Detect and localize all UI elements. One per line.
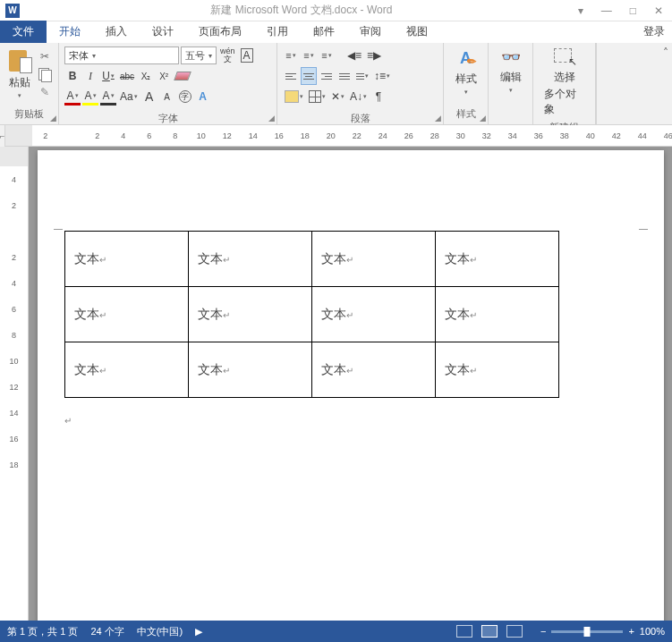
tab-home[interactable]: 开始: [47, 21, 93, 43]
border-icon: [309, 90, 321, 103]
font-launcher-icon[interactable]: ◢: [268, 114, 275, 122]
view-web-layout[interactable]: [506, 625, 523, 638]
login-link[interactable]: 登录: [636, 21, 672, 43]
strikethrough-button[interactable]: abc: [118, 67, 136, 85]
close-icon[interactable]: ✕: [654, 4, 663, 17]
zoom-in-button[interactable]: +: [628, 626, 634, 637]
character-shading-button[interactable]: A: [100, 88, 116, 106]
view-print-layout[interactable]: [481, 625, 498, 638]
brush-icon: ✎: [40, 86, 49, 98]
status-word-count[interactable]: 24 个字: [90, 625, 123, 638]
align-right-button[interactable]: [319, 67, 335, 85]
sort-button[interactable]: A↓: [348, 88, 369, 106]
italic-button[interactable]: I: [82, 67, 98, 85]
table-cell[interactable]: 文本↵: [311, 342, 435, 398]
tab-layout[interactable]: 页面布局: [186, 21, 254, 43]
distribute-button[interactable]: [354, 67, 370, 85]
status-language[interactable]: 中文(中国): [137, 625, 183, 638]
select-label-2: 多个对象: [544, 87, 584, 117]
change-case-button[interactable]: Aa: [118, 88, 140, 106]
copy-button[interactable]: [36, 66, 54, 82]
zoom-slider[interactable]: [551, 630, 623, 633]
styles-button[interactable]: A✎ 样式 ▾: [447, 45, 484, 97]
ribbon-options-icon[interactable]: ▾: [578, 4, 583, 17]
multilevel-list-button[interactable]: ≡: [319, 46, 335, 64]
char-effects-button[interactable]: A: [195, 88, 211, 106]
justify-button[interactable]: [336, 67, 353, 85]
show-marks-button[interactable]: ¶: [370, 88, 387, 106]
clear-formatting-button[interactable]: [174, 67, 191, 85]
paste-button[interactable]: 粘贴 ▾: [5, 46, 34, 101]
binoculars-icon: 👓: [500, 46, 522, 68]
grow-font-button[interactable]: A: [141, 88, 157, 106]
table-cell[interactable]: 文本↵: [435, 287, 558, 342]
superscript-button[interactable]: X²: [156, 67, 172, 85]
maximize-icon[interactable]: □: [630, 4, 636, 17]
decrease-indent-button[interactable]: ◀≡: [345, 46, 363, 64]
table-cell[interactable]: 文本↵: [64, 287, 188, 342]
shrink-font-button[interactable]: A: [159, 88, 175, 106]
tab-insert[interactable]: 插入: [93, 21, 140, 43]
select-multiple-button[interactable]: ↖ 选择 多个对象: [537, 45, 591, 119]
zoom-level[interactable]: 100%: [640, 626, 665, 637]
tab-file[interactable]: 文件: [0, 21, 47, 43]
editing-label: 编辑: [500, 70, 522, 85]
window-title: 新建 Microsoft Word 文档.docx - Word: [25, 3, 578, 18]
minimize-icon[interactable]: —: [601, 4, 612, 17]
font-name-value: 宋体: [69, 49, 89, 63]
line-spacing-button[interactable]: ↕≡: [372, 67, 392, 85]
status-macro-icon[interactable]: ▶: [195, 626, 202, 638]
group-label-clipboard: 剪贴板: [4, 106, 55, 122]
page[interactable]: 文本↵ 文本↵ 文本↵ 文本↵ 文本↵ 文本↵ 文本↵ 文本↵ 文本↵ 文本↵ …: [38, 150, 664, 633]
enclose-characters-button[interactable]: 字: [177, 88, 193, 106]
numbering-button[interactable]: ≡: [301, 46, 317, 64]
paragraph-launcher-icon[interactable]: ◢: [435, 114, 441, 122]
tab-design[interactable]: 设计: [140, 21, 186, 43]
select-objects-icon: ↖: [552, 46, 577, 68]
borders-button[interactable]: [307, 88, 327, 106]
table-cell[interactable]: 文本↵: [64, 232, 188, 287]
view-read-mode[interactable]: [456, 625, 472, 638]
table-cell[interactable]: 文本↵: [435, 232, 558, 287]
table-cell[interactable]: 文本↵: [188, 342, 311, 398]
font-name-combo[interactable]: 宋体▾: [64, 46, 179, 64]
clipboard-launcher-icon[interactable]: ◢: [50, 114, 56, 122]
format-painter-button[interactable]: ✎: [36, 84, 54, 100]
group-clipboard: 粘贴 ▾ ✂ ✎ 剪贴板 ◢: [0, 43, 59, 124]
font-size-combo[interactable]: 五号▾: [181, 46, 217, 64]
zoom-out-button[interactable]: −: [540, 626, 546, 637]
status-page[interactable]: 第 1 页，共 1 页: [7, 625, 78, 638]
character-border-button[interactable]: A: [239, 46, 255, 64]
tab-review[interactable]: 审阅: [347, 21, 394, 43]
table-cell[interactable]: 文本↵: [311, 287, 435, 342]
table-cell[interactable]: 文本↵: [311, 232, 435, 287]
document-table[interactable]: 文本↵ 文本↵ 文本↵ 文本↵ 文本↵ 文本↵ 文本↵ 文本↵ 文本↵ 文本↵ …: [64, 231, 559, 398]
table-cell[interactable]: 文本↵: [188, 287, 311, 342]
increase-indent-button[interactable]: ≡▶: [365, 46, 383, 64]
text-highlight-button[interactable]: A: [82, 88, 98, 106]
phonetic-guide-button[interactable]: wén文: [218, 46, 237, 64]
align-left-button[interactable]: [283, 67, 299, 85]
word-app-icon: W: [5, 4, 20, 18]
horizontal-ruler[interactable]: 2246810121416182022242628303234363840424…: [5, 125, 672, 146]
subscript-button[interactable]: X₂: [138, 67, 154, 85]
bold-button[interactable]: B: [64, 67, 81, 85]
bullets-button[interactable]: ≡: [283, 46, 299, 64]
asian-layout-button[interactable]: ✕: [329, 88, 346, 106]
document-scroll[interactable]: 文本↵ 文本↵ 文本↵ 文本↵ 文本↵ 文本↵ 文本↵ 文本↵ 文本↵ 文本↵ …: [29, 147, 672, 642]
vertical-ruler[interactable]: 4224681012141618: [0, 147, 29, 642]
tab-references[interactable]: 引用: [254, 21, 301, 43]
tab-view[interactable]: 视图: [394, 21, 440, 43]
align-center-button[interactable]: [301, 67, 317, 85]
cut-button[interactable]: ✂: [36, 48, 54, 64]
tab-mailings[interactable]: 邮件: [301, 21, 347, 43]
table-cell[interactable]: 文本↵: [435, 342, 558, 398]
underline-button[interactable]: U: [100, 67, 116, 85]
styles-launcher-icon[interactable]: ◢: [480, 114, 486, 122]
editing-button[interactable]: 👓 编辑 ▾: [492, 45, 529, 96]
collapse-ribbon-icon[interactable]: ˄: [663, 46, 668, 59]
table-cell[interactable]: 文本↵: [64, 342, 188, 398]
font-color-button[interactable]: A: [64, 88, 81, 106]
shading-button[interactable]: [283, 88, 305, 106]
table-cell[interactable]: 文本↵: [188, 232, 311, 287]
